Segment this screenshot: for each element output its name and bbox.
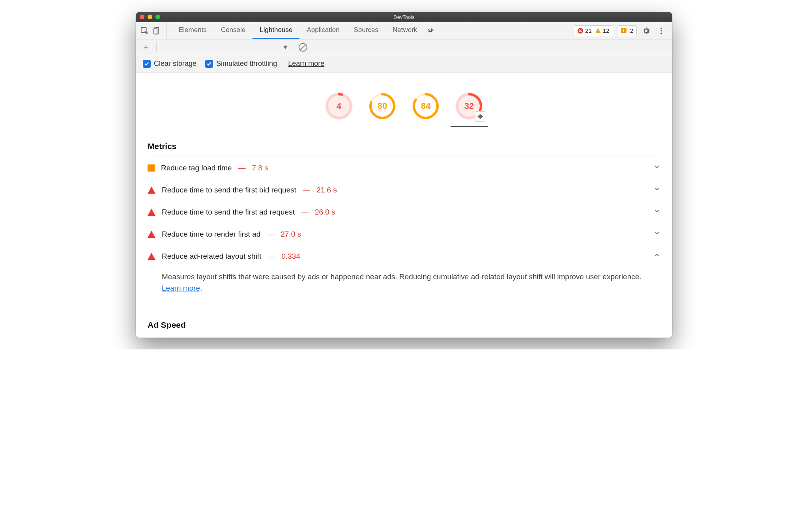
svg-rect-4 [598, 30, 599, 32]
svg-rect-5 [598, 32, 599, 33]
warning-count: 12 [603, 27, 610, 34]
svg-point-10 [660, 30, 662, 32]
triangle-marker-icon [148, 209, 155, 216]
gauge-value: 4 [325, 92, 353, 120]
tab-sources[interactable]: Sources [347, 22, 385, 39]
triangle-marker-icon [148, 231, 155, 238]
score-gauges: 4808432 [136, 73, 672, 132]
devtools-window: DevTools Elements Console Lighthouse App… [136, 12, 672, 338]
metric-row[interactable]: Reduce time to render first ad — 27.0 s [148, 223, 660, 245]
tab-console[interactable]: Console [214, 22, 252, 39]
svg-rect-2 [154, 29, 157, 34]
metric-name: Reduce time to send the first bid reques… [162, 186, 296, 194]
metric-name: Reduce time to send the first ad request [162, 208, 295, 217]
learn-more-link[interactable]: Learn more [162, 284, 200, 292]
device-toggle-icon[interactable] [152, 25, 163, 36]
new-report-button[interactable]: + [141, 42, 151, 52]
panel-tabbar: Elements Console Lighthouse Application … [136, 22, 672, 39]
metric-value: 26.0 s [315, 208, 335, 217]
metric-description: Measures layout shifts that were caused … [148, 267, 660, 303]
more-menu-icon[interactable] [656, 25, 667, 36]
svg-rect-8 [623, 31, 624, 32]
issues-counter[interactable]: 2 [617, 25, 637, 36]
metric-name: Reduce tag load time [161, 164, 232, 172]
svg-rect-7 [623, 29, 624, 31]
report-dropdown-caret[interactable]: ▼ [282, 44, 288, 51]
chevron-down-icon [653, 163, 660, 172]
metric-name: Reduce ad-related layout shift [162, 252, 261, 261]
metric-row[interactable]: Reduce time to send the first ad request… [148, 201, 660, 223]
titlebar: DevTools [136, 12, 672, 22]
tab-elements[interactable]: Elements [172, 22, 214, 39]
warning-icon [595, 28, 601, 34]
checkbox-checked-icon [143, 60, 151, 68]
chevron-down-icon [653, 207, 660, 217]
square-marker-icon [148, 164, 155, 172]
console-counters[interactable]: 21 12 [574, 25, 613, 36]
triangle-marker-icon [148, 187, 155, 194]
metrics-heading: Metrics [136, 132, 672, 153]
chevron-down-icon [653, 185, 660, 194]
score-gauge-1[interactable]: 80 [368, 92, 396, 120]
metric-value: 0.334 [281, 252, 300, 261]
issues-count: 2 [630, 27, 633, 34]
tab-lighthouse[interactable]: Lighthouse [252, 22, 299, 39]
plugin-icon [475, 111, 485, 121]
gauge-value: 84 [412, 92, 440, 120]
clear-storage-checkbox[interactable]: Clear storage [143, 60, 196, 68]
score-gauge-2[interactable]: 84 [412, 92, 440, 120]
error-icon [577, 28, 584, 34]
svg-point-9 [660, 27, 662, 29]
settings-icon[interactable] [641, 25, 652, 36]
lighthouse-toolbar: + ▼ [136, 39, 672, 55]
chevron-up-icon [653, 252, 660, 261]
inspect-element-icon[interactable] [139, 25, 150, 36]
gauge-value: 80 [368, 92, 396, 120]
metrics-list: Reduce tag load time — 7.8 sReduce time … [136, 153, 672, 311]
tab-network[interactable]: Network [385, 22, 424, 39]
metric-row[interactable]: Reduce ad-related layout shift — 0.334 [148, 245, 660, 267]
metric-name: Reduce time to render first ad [162, 230, 260, 239]
panel-tabs: Elements Console Lighthouse Application … [172, 22, 435, 39]
metric-value: 27.0 s [281, 230, 301, 239]
window-title: DevTools [136, 14, 672, 20]
issue-icon [621, 28, 627, 34]
chevron-down-icon [653, 230, 660, 239]
learn-more-link[interactable]: Learn more [288, 60, 324, 68]
simulated-throttling-checkbox[interactable]: Simulated throttling [205, 60, 277, 68]
report-content: 4808432 Metrics Reduce tag load time — 7… [136, 73, 672, 338]
tab-application[interactable]: Application [299, 22, 346, 39]
checkbox-checked-icon [205, 60, 213, 68]
lighthouse-options: Clear storage Simulated throttling Learn… [136, 55, 672, 73]
triangle-marker-icon [148, 253, 155, 260]
svg-point-11 [660, 32, 662, 34]
more-tabs-icon[interactable] [426, 26, 435, 35]
metric-row[interactable]: Reduce tag load time — 7.8 s [148, 157, 660, 179]
ad-speed-heading: Ad Speed [136, 311, 672, 338]
score-gauge-0[interactable]: 4 [325, 92, 353, 120]
metric-value: 21.6 s [316, 186, 337, 194]
metric-value: 7.8 s [252, 164, 268, 172]
metric-row[interactable]: Reduce time to send the first bid reques… [148, 179, 660, 201]
score-gauge-3[interactable]: 32 [455, 92, 483, 120]
error-count: 21 [585, 27, 592, 34]
clear-icon[interactable] [299, 43, 307, 52]
